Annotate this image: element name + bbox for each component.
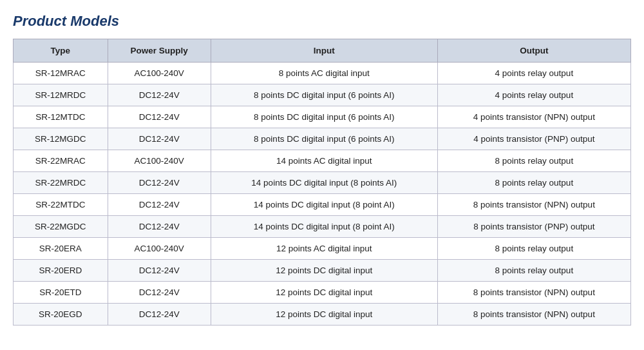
- cell-output: 4 points transistor (NPN) output: [437, 106, 630, 128]
- table-row: SR-22MTDCDC12-24V14 points DC digital in…: [14, 194, 631, 216]
- cell-power: DC12-24V: [108, 194, 211, 216]
- cell-input: 14 points DC digital input (8 point AI): [211, 216, 437, 238]
- cell-output: 4 points relay output: [437, 84, 630, 106]
- cell-power: AC100-240V: [108, 150, 211, 172]
- cell-input: 14 points AC digital input: [211, 150, 437, 172]
- cell-power: AC100-240V: [108, 238, 211, 260]
- cell-type: SR-12MGDC: [14, 128, 108, 150]
- cell-power: DC12-24V: [108, 84, 211, 106]
- table-row: SR-12MRACAC100-240V8 points AC digital i…: [14, 63, 631, 84]
- cell-type: SR-12MRDC: [14, 84, 108, 106]
- cell-type: SR-20EGD: [14, 304, 108, 326]
- cell-input: 8 points AC digital input: [211, 63, 437, 84]
- col-header-input: Input: [211, 39, 437, 63]
- col-header-type: Type: [14, 39, 108, 63]
- cell-type: SR-12MTDC: [14, 106, 108, 128]
- cell-input: 8 points DC digital input (6 points AI): [211, 106, 437, 128]
- cell-output: 8 points transistor (NPN) output: [437, 304, 630, 326]
- cell-power: DC12-24V: [108, 172, 211, 194]
- table-row: SR-22MRACAC100-240V14 points AC digital …: [14, 150, 631, 172]
- cell-type: SR-20ETD: [14, 282, 108, 304]
- cell-input: 8 points DC digital input (6 points AI): [211, 84, 437, 106]
- cell-power: DC12-24V: [108, 282, 211, 304]
- cell-power: DC12-24V: [108, 304, 211, 326]
- cell-input: 14 points DC digital input (8 points AI): [211, 172, 437, 194]
- cell-power: DC12-24V: [108, 106, 211, 128]
- cell-output: 8 points relay output: [437, 260, 630, 282]
- table-row: SR-12MGDCDC12-24V8 points DC digital inp…: [14, 128, 631, 150]
- page-title: Product Models: [13, 13, 631, 30]
- cell-output: 8 points transistor (NPN) output: [437, 282, 630, 304]
- cell-power: DC12-24V: [108, 128, 211, 150]
- cell-output: 8 points transistor (PNP) output: [437, 216, 630, 238]
- table-row: SR-20ERDDC12-24V12 points DC digital inp…: [14, 260, 631, 282]
- cell-output: 8 points transistor (NPN) output: [437, 194, 630, 216]
- cell-output: 8 points relay output: [437, 172, 630, 194]
- table-row: SR-12MRDCDC12-24V8 points DC digital inp…: [14, 84, 631, 106]
- cell-power: DC12-24V: [108, 216, 211, 238]
- cell-type: SR-20ERA: [14, 238, 108, 260]
- cell-type: SR-22MTDC: [14, 194, 108, 216]
- cell-output: 8 points relay output: [437, 238, 630, 260]
- cell-power: DC12-24V: [108, 260, 211, 282]
- table-row: SR-20ERAAC100-240V12 points AC digital i…: [14, 238, 631, 260]
- cell-input: 12 points DC digital input: [211, 304, 437, 326]
- col-header-power: Power Supply: [108, 39, 211, 63]
- cell-output: 4 points transistor (PNP) output: [437, 128, 630, 150]
- cell-type: SR-22MGDC: [14, 216, 108, 238]
- cell-power: AC100-240V: [108, 63, 211, 84]
- cell-type: SR-22MRDC: [14, 172, 108, 194]
- cell-input: 8 points DC digital input (6 points AI): [211, 128, 437, 150]
- cell-output: 4 points relay output: [437, 63, 630, 84]
- cell-output: 8 points relay output: [437, 150, 630, 172]
- cell-type: SR-20ERD: [14, 260, 108, 282]
- table-header-row: Type Power Supply Input Output: [14, 39, 631, 63]
- cell-input: 12 points DC digital input: [211, 260, 437, 282]
- cell-input: 12 points DC digital input: [211, 282, 437, 304]
- cell-input: 14 points DC digital input (8 point AI): [211, 194, 437, 216]
- cell-input: 12 points AC digital input: [211, 238, 437, 260]
- product-models-table: Type Power Supply Input Output SR-12MRAC…: [13, 39, 631, 326]
- cell-type: SR-12MRAC: [14, 63, 108, 84]
- cell-type: SR-22MRAC: [14, 150, 108, 172]
- table-row: SR-22MGDCDC12-24V14 points DC digital in…: [14, 216, 631, 238]
- table-row: SR-12MTDCDC12-24V8 points DC digital inp…: [14, 106, 631, 128]
- table-row: SR-22MRDCDC12-24V14 points DC digital in…: [14, 172, 631, 194]
- col-header-output: Output: [437, 39, 630, 63]
- table-row: SR-20EGDDC12-24V12 points DC digital inp…: [14, 304, 631, 326]
- table-row: SR-20ETDDC12-24V12 points DC digital inp…: [14, 282, 631, 304]
